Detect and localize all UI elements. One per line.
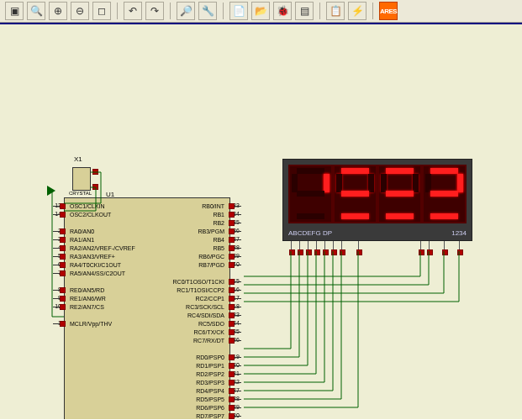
chip-pin-dot xyxy=(60,245,66,251)
bug-icon[interactable]: 🐞 xyxy=(273,2,292,20)
microcontroller[interactable]: OSC1/CLKIN13OSC2/CLKOUT14RA0/AN02RA1/AN1… xyxy=(64,197,230,419)
schematic-canvas[interactable]: X1 CRYSTAL U1 OSC1/CLKIN13OSC2/CLKOUT14R… xyxy=(0,24,522,419)
chip-pin-dot xyxy=(229,296,235,302)
chip-pin-name: RC3/SCK/SCL xyxy=(186,304,224,310)
chip-pin-dot xyxy=(229,245,235,251)
seven-seg-digit xyxy=(335,166,376,222)
seven-segment-display[interactable]: ABCDEFG DP 1234 xyxy=(282,159,472,241)
zoom-all-icon[interactable]: ◻ xyxy=(92,2,111,20)
chip-icon[interactable]: ▤ xyxy=(295,2,314,20)
run-icon[interactable]: ⚡ xyxy=(348,2,366,20)
chip-pin-dot xyxy=(60,254,66,260)
chip-pin-name: RB5 xyxy=(213,245,224,251)
chip-pin-name: RC4/SDI/SDA xyxy=(187,312,224,318)
chip-pin-dot xyxy=(229,220,235,226)
chip-pin-dot xyxy=(60,296,66,302)
chip-pin-dot xyxy=(60,287,66,293)
display-foot-right: 1234 xyxy=(451,229,467,237)
chip-pin-dot xyxy=(60,304,66,310)
tools-icon[interactable]: 🔧 xyxy=(198,2,217,20)
chip-pin-dot xyxy=(229,228,235,234)
chip-pin-name: RC5/SDO xyxy=(198,321,224,327)
seven-seg-digit xyxy=(424,166,465,222)
zoom-icon[interactable]: 🔍 xyxy=(27,2,45,20)
chip-pin-dot xyxy=(60,237,66,243)
chip-pin-dot xyxy=(229,237,235,243)
chip-pin-dot xyxy=(60,228,66,234)
chip-pin-name: RB7/PGD xyxy=(198,262,224,268)
chip-pin-dot xyxy=(229,396,235,402)
chip-pin-name: RA1/AN1 xyxy=(70,237,94,243)
chip-pin-name: RD6/PSP6 xyxy=(196,405,224,411)
chip-pin-name: RE0/AN5/RD xyxy=(70,287,104,293)
chip-pin-name: RC7/RX/DT xyxy=(193,338,224,344)
chip-pin-name: RB3/PGM xyxy=(198,228,224,234)
chip-pin-dot xyxy=(229,262,235,268)
find-icon[interactable]: 🔎 xyxy=(177,2,195,20)
chip-pin-name: RD3/PSP3 xyxy=(196,380,224,386)
crystal-ref: X1 xyxy=(74,155,82,163)
file-open-icon[interactable]: 📂 xyxy=(251,2,270,20)
zoom-out-icon[interactable]: ⊖ xyxy=(71,2,89,20)
crystal-type: CRYSTAL xyxy=(69,191,92,196)
chip-pin-name: RC2/CCP1 xyxy=(195,296,224,302)
chip-pin-dot xyxy=(60,321,66,327)
chip-pin-name: OSC1/CLKIN xyxy=(70,203,105,209)
chip-pin-name: RB4 xyxy=(213,237,224,243)
chip-pin-dot xyxy=(229,287,235,293)
chip-pin-dot xyxy=(229,371,235,377)
chip-pin-dot xyxy=(229,380,235,386)
chip-pin-name: RB1 xyxy=(213,212,224,218)
chip-pin-dot xyxy=(60,262,66,268)
chip-pin-name: RA0/AN0 xyxy=(70,228,94,234)
chip-pin-dot xyxy=(60,203,66,209)
chip-pin-dot xyxy=(229,254,235,260)
chip-pin-dot xyxy=(229,304,235,310)
chip-pin-dot xyxy=(229,405,235,411)
crystal-pin-dot xyxy=(92,169,98,175)
chip-pin-name: RD2/PSP2 xyxy=(196,371,224,377)
chip-pin-name: RC0/T1OSO/T1CKI xyxy=(173,279,224,285)
chip-pin-dot xyxy=(60,270,66,276)
chip-pin-name: RD4/PSP4 xyxy=(196,388,224,394)
seven-seg-digit xyxy=(290,166,331,222)
display-foot-left: ABCDEFG DP xyxy=(288,229,332,237)
chip-pin-name: RA3/AN3/VREF+ xyxy=(70,254,115,260)
file-new-icon[interactable]: 📄 xyxy=(229,2,248,20)
chip-pin-dot xyxy=(229,354,235,360)
chip-pin-name: RA2/AN2/VREF-/CVREF xyxy=(70,245,135,251)
chip-pin-name: RB0/INT xyxy=(202,203,224,209)
chip-pin-dot xyxy=(229,279,235,285)
chip-pin-dot xyxy=(229,388,235,394)
chip-pin-name: RC6/TX/CK xyxy=(193,329,224,335)
chip-pin-name: RE1/AN6/WR xyxy=(70,296,106,302)
chip-pin-name: RD7/PSP7 xyxy=(196,413,224,419)
seven-seg-digit xyxy=(379,166,420,222)
probe-marker xyxy=(47,186,55,196)
chip-pin-dot xyxy=(229,312,235,318)
display-pins xyxy=(287,241,469,255)
chip-pin-name: RB2 xyxy=(213,220,224,226)
chip-pin-dot xyxy=(229,212,235,218)
chip-pin-name: RA4/T0CKI/C1OUT xyxy=(70,262,121,268)
chip-pin-name: OSC2/CLKOUT xyxy=(70,212,111,218)
chip-pin-dot xyxy=(229,338,235,344)
chip-pin-name: RD0/PSP0 xyxy=(196,354,224,360)
redo-icon[interactable]: ↷ xyxy=(145,2,164,20)
chip-pin-dot xyxy=(60,212,66,218)
doc-icon[interactable]: 📋 xyxy=(326,2,345,20)
chip-pin-name: RD1/PSP1 xyxy=(196,363,224,369)
chip-pin-name: RD5/PSP5 xyxy=(196,396,224,402)
crystal[interactable] xyxy=(72,167,91,191)
nav-icon[interactable]: ▣ xyxy=(5,2,24,20)
chip-pin-dot xyxy=(229,413,235,419)
chip-pin-name: RC1/T1OSI/CCP2 xyxy=(177,287,224,293)
chip-pin-dot xyxy=(229,321,235,327)
chip-pin-name: MCLR/Vpp/THV xyxy=(70,321,112,327)
undo-icon[interactable]: ↶ xyxy=(124,2,142,20)
zoom-in-icon[interactable]: ⊕ xyxy=(49,2,67,20)
ares-button[interactable]: ARES xyxy=(379,2,398,20)
chip-pin-name: RE2/AN7/CS xyxy=(70,304,104,310)
toolbar: ▣🔍⊕⊖◻↶↷🔎🔧📄📂🐞▤📋⚡ARES xyxy=(0,0,522,23)
chip-pin-dot xyxy=(229,363,235,369)
